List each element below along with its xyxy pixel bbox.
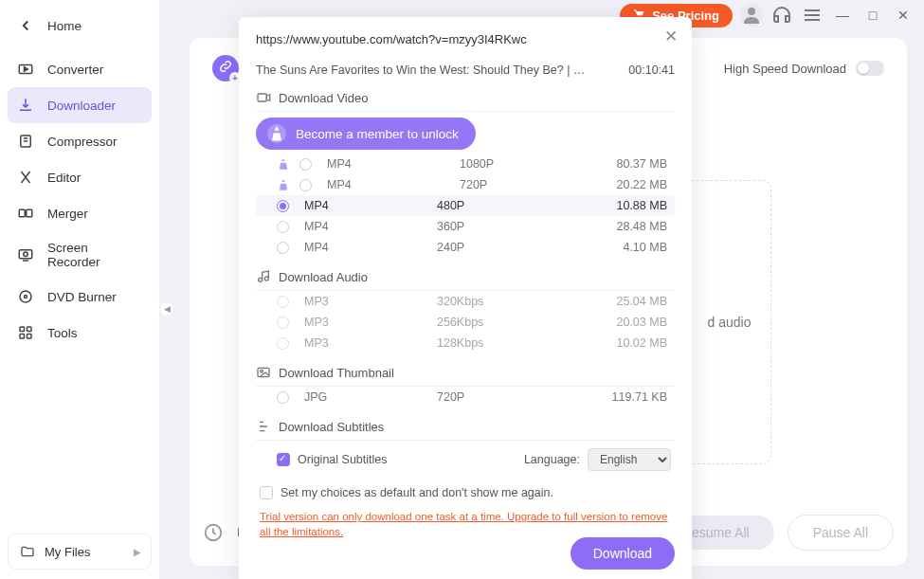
quality-label: 480P [437,199,551,212]
upgrade-icon [267,124,286,143]
become-member-label: Become a member to unlock [296,127,459,141]
format-option[interactable]: MP41080P80.37 MB [256,154,675,174]
support-icon[interactable] [770,4,793,27]
back-icon [17,17,34,34]
nav-downloader[interactable]: Downloader [8,87,152,123]
video-icon [256,90,271,105]
lock-icon [277,157,290,171]
compressor-icon [17,133,34,150]
size-label: 20.03 MB [616,316,667,329]
nav-label: Screen Recorder [47,241,142,269]
modal-close-button[interactable]: ✕ [661,27,680,45]
format-label: MP4 [327,178,460,191]
quality-label: 720P [437,390,551,404]
svg-rect-18 [20,335,25,339]
format-option[interactable]: MP4240P4.10 MB [256,237,675,258]
nav-home[interactable]: Home [0,8,159,51]
format-option[interactable]: JPG720P119.71 KB [256,387,675,407]
my-files-button[interactable]: My Files ▶ [8,534,152,570]
quality-label: 320Kbps [437,295,551,308]
nav-label: Compressor [47,135,118,149]
paste-link-button[interactable] [212,55,239,81]
nav-home-label: Home [47,19,82,33]
svg-rect-21 [258,94,266,101]
nav-tools[interactable]: Tools [0,315,159,351]
format-label: MP4 [304,199,437,212]
section-thumbnail: Download Thumbnail [256,359,675,387]
converter-icon [17,61,34,78]
section-video: Download Video [256,84,675,112]
checkbox-checked-icon[interactable] [277,453,290,466]
checkbox-icon[interactable] [260,486,273,499]
svg-rect-9 [19,209,25,217]
size-label: 28.48 MB [616,220,667,233]
nav-label: Converter [47,63,103,77]
download-button[interactable]: Download [571,537,675,570]
nav-compressor[interactable]: Compressor [0,123,159,159]
my-files-label: My Files [45,545,90,559]
minimize-button[interactable]: ― [831,4,854,27]
high-speed-toggle-row: High Speed Download [724,61,884,76]
size-label: 20.22 MB [616,178,667,191]
maximize-button[interactable]: □ [861,4,884,27]
radio-icon [277,337,289,350]
format-option[interactable]: MP3256Kbps20.03 MB [256,312,675,333]
section-subtitles: Download Subtitles [256,413,675,441]
svg-marker-22 [266,95,269,101]
format-option[interactable]: MP4720P20.22 MB [256,174,675,195]
download-modal: ✕ https://www.youtube.com/watch?v=mzyy3I… [239,17,692,579]
nav-label: Downloader [47,99,116,113]
become-member-button[interactable]: Become a member to unlock [256,118,476,150]
quality-label: 1080P [460,157,573,171]
nav-converter[interactable]: Converter [0,51,159,87]
language-select[interactable]: English [588,448,671,471]
format-label: MP3 [304,336,437,350]
collapse-sidebar-button[interactable]: ◀ [159,301,174,317]
svg-point-12 [24,252,28,257]
section-audio: Download Audio [256,263,675,291]
original-subtitles-row[interactable]: Original Subtitles Language: English [256,441,675,479]
format-option[interactable]: MP3320Kbps25.04 MB [256,291,675,312]
default-choice-label: Set my choices as default and don't show… [281,486,553,499]
svg-rect-25 [258,368,269,376]
radio-icon [277,242,289,254]
folder-icon [20,544,35,559]
nav-dvd-burner[interactable]: DVD Burner [0,279,159,315]
radio-icon [277,391,289,404]
nav-editor[interactable]: Editor [0,159,159,195]
quality-label: 128Kbps [437,336,551,350]
high-speed-toggle[interactable] [856,61,884,76]
svg-point-15 [25,296,27,299]
image-icon [256,365,271,380]
audio-icon [256,269,271,284]
user-icon[interactable] [740,4,763,27]
format-label: MP3 [304,316,437,329]
modal-url: https://www.youtube.com/watch?v=mzyy3I4R… [256,30,675,56]
radio-icon [277,221,289,233]
nav-merger[interactable]: Merger [0,195,159,231]
format-label: MP4 [304,241,437,254]
sidebar: Home Converter Downloader Compressor Edi… [0,0,159,579]
video-title-row: The Suns Are Favorites to Win the West: … [256,56,675,84]
menu-icon[interactable] [801,4,824,27]
history-icon[interactable] [203,522,224,543]
nav-screen-recorder[interactable]: Screen Recorder [0,231,159,279]
format-option[interactable]: MP4480P10.88 MB [256,195,675,216]
video-duration: 00:10:41 [628,63,675,77]
size-label: 119.71 KB [612,390,667,404]
format-option[interactable]: MP4360P28.48 MB [256,216,675,237]
section-label: Download Audio [279,270,368,284]
close-button[interactable]: ✕ [892,4,915,27]
format-label: MP4 [304,220,437,233]
editor-icon [17,169,34,186]
svg-rect-10 [27,209,32,217]
format-label: JPG [304,390,437,404]
subtitles-icon [256,419,271,434]
quality-label: 360P [437,220,551,233]
size-label: 80.37 MB [616,157,667,171]
format-option[interactable]: MP3128Kbps10.02 MB [256,333,675,353]
svg-point-0 [748,8,755,15]
nav-label: DVD Burner [47,290,117,304]
default-choice-row[interactable]: Set my choices as default and don't show… [256,479,675,507]
pause-all-button[interactable]: Pause All [788,515,894,551]
